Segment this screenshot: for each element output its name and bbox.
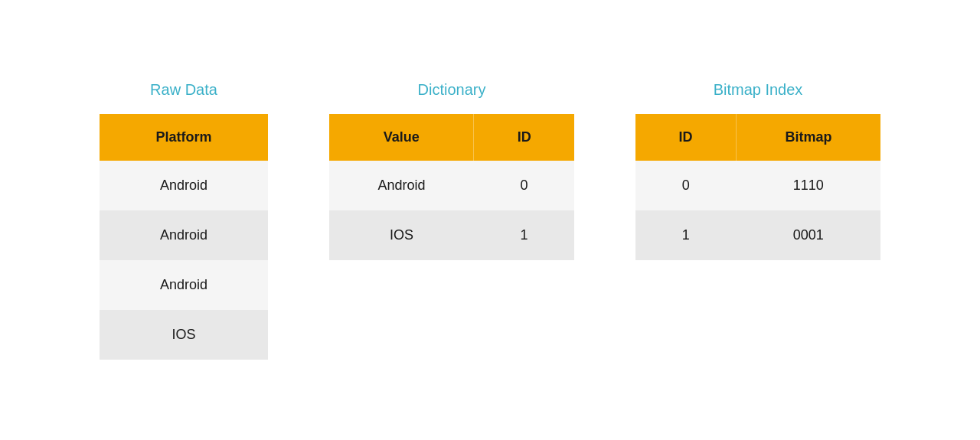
table-row: Android (100, 210, 268, 260)
cell-platform: Android (100, 210, 268, 260)
cell-platform: Android (100, 260, 268, 310)
bitmap-index-table: ID Bitmap 0111010001 (635, 114, 880, 260)
cell-id: 1 (635, 210, 736, 260)
table-row: Android0 (329, 161, 574, 210)
page-container: Raw Data Platform AndroidAndroidAndroidI… (0, 51, 980, 390)
dictionary-title: Dictionary (418, 81, 486, 99)
bitmap-header-bitmap: Bitmap (736, 114, 880, 161)
raw-data-table: Platform AndroidAndroidAndroidIOS (100, 114, 268, 360)
cell-id: 0 (635, 161, 736, 210)
cell-value: IOS (329, 210, 474, 260)
dictionary-section: Dictionary Value ID Android0IOS1 (329, 81, 574, 260)
bitmap-index-title: Bitmap Index (714, 81, 803, 99)
raw-data-title: Raw Data (150, 81, 217, 99)
raw-data-section: Raw Data Platform AndroidAndroidAndroidI… (100, 81, 268, 360)
table-row: Android (100, 260, 268, 310)
dictionary-table: Value ID Android0IOS1 (329, 114, 574, 260)
cell-bitmap: 1110 (736, 161, 880, 210)
cell-platform: IOS (100, 310, 268, 360)
raw-data-header-platform: Platform (100, 114, 268, 161)
table-row: IOS (100, 310, 268, 360)
cell-id: 1 (474, 210, 574, 260)
dictionary-header-value: Value (329, 114, 474, 161)
cell-value: Android (329, 161, 474, 210)
bitmap-index-section: Bitmap Index ID Bitmap 0111010001 (635, 81, 880, 260)
cell-bitmap: 0001 (736, 210, 880, 260)
dictionary-header-id: ID (474, 114, 574, 161)
cell-platform: Android (100, 161, 268, 210)
table-row: 01110 (635, 161, 880, 210)
table-row: 10001 (635, 210, 880, 260)
cell-id: 0 (474, 161, 574, 210)
bitmap-header-id: ID (635, 114, 736, 161)
table-row: Android (100, 161, 268, 210)
table-row: IOS1 (329, 210, 574, 260)
